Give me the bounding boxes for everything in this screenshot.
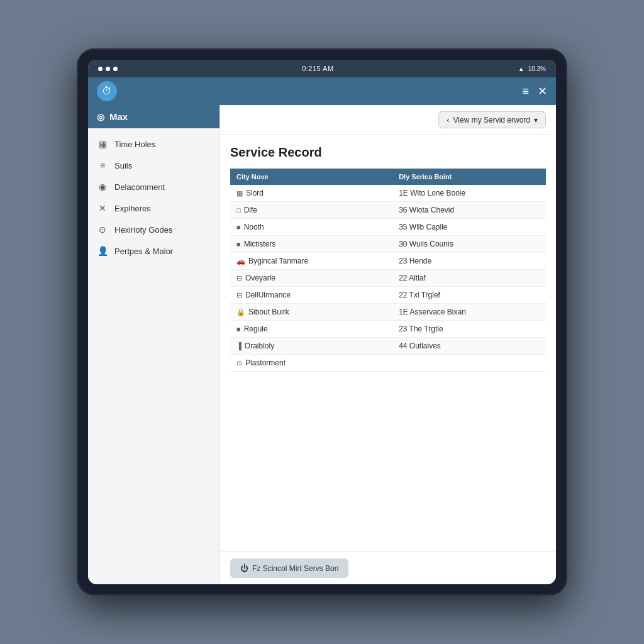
service-table: City Nove Dly Serica Boint ▦Slord 1E Wit… bbox=[230, 169, 546, 372]
table-row: ■Regule 23 The Trgtle bbox=[230, 321, 546, 338]
table-row: ⊙Plastorment bbox=[230, 355, 546, 372]
app-body: ◎ Max ▦ Time Holes ≡ Suils ◉ Delacomment bbox=[88, 105, 556, 584]
row-icon: ■ bbox=[236, 325, 241, 333]
tablet-device: 0:215 AM ▲ 10.3% ⏱ ≡ ✕ ◎ Max bbox=[77, 48, 567, 596]
city-cell: ▐Oraibloly bbox=[230, 338, 392, 355]
table-row: 🚗Bygincal Tanmare 23 Hende bbox=[230, 253, 546, 270]
table-row: ■Mictisters 30 Wuils Counis bbox=[230, 236, 546, 253]
city-cell: 🚗Bygincal Tanmare bbox=[230, 253, 392, 270]
nav-item-pertpes[interactable]: 👤 Pertpes & Malor bbox=[88, 240, 219, 262]
battery-icon: 10.3% bbox=[528, 65, 546, 72]
col-city: City Nove bbox=[230, 169, 392, 185]
nav-label: Explheres bbox=[114, 204, 151, 213]
service-cell: 23 The Trgtle bbox=[392, 321, 546, 338]
service-cell: 22 Txl Trglef bbox=[392, 287, 546, 304]
dot-2 bbox=[106, 67, 110, 71]
service-cell bbox=[392, 355, 546, 372]
service-cell: 35 Wllb Caplle bbox=[392, 219, 546, 236]
row-icon: □ bbox=[236, 206, 241, 214]
table-row: 🔒Sibout Buirk 1E Asservace Bixan bbox=[230, 304, 546, 321]
dot-3 bbox=[113, 67, 118, 71]
wifi-icon: ▲ bbox=[518, 65, 525, 72]
city-cell: ⊟Oveyarle bbox=[230, 270, 392, 287]
tablet-screen: 0:215 AM ▲ 10.3% ⏱ ≡ ✕ ◎ Max bbox=[88, 60, 556, 584]
explheres-icon: ✕ bbox=[97, 203, 108, 213]
power-icon: ⏻ bbox=[240, 564, 248, 573]
city-cell: ⊙Plastorment bbox=[230, 355, 392, 372]
table-row: ▦Slord 1E Wito Lone Booie bbox=[230, 185, 546, 202]
back-button-label: View my Servid erword bbox=[453, 116, 530, 125]
table-row: ■Nooth 35 Wllb Caplle bbox=[230, 219, 546, 236]
status-dots bbox=[98, 67, 118, 71]
panel-body: Service Record City Nove Dly Serica Boin… bbox=[220, 135, 556, 552]
city-cell: ■Mictisters bbox=[230, 236, 392, 253]
service-cell: 30 Wuils Counis bbox=[392, 236, 546, 253]
nav-label: Delacomment bbox=[114, 182, 165, 192]
nav-label: Suils bbox=[114, 161, 132, 170]
dot-1 bbox=[98, 67, 103, 71]
app-logo: ⏱ bbox=[97, 81, 117, 101]
service-cell: 1E Asservace Bixan bbox=[392, 304, 546, 321]
service-cell: 23 Hende bbox=[392, 253, 546, 270]
panel-footer: ⏻ Fz Scincol Mirt Servs Bon bbox=[220, 552, 556, 584]
service-cell: 36 Wlota Chevid bbox=[392, 202, 546, 219]
menu-icon[interactable]: ≡ bbox=[522, 85, 529, 98]
row-icon: ⊙ bbox=[236, 359, 242, 367]
service-cell: 1E Wito Lone Booie bbox=[392, 185, 546, 202]
back-button[interactable]: ‹ View my Servid erword ▾ bbox=[438, 111, 546, 128]
nav-item-delacomment[interactable]: ◉ Delacomment bbox=[88, 176, 219, 197]
sidebar-header: ◎ Max bbox=[88, 105, 219, 128]
row-icon: ▐ bbox=[236, 342, 242, 350]
table-row: ▐Oraibloly 44 Outlaives bbox=[230, 338, 546, 355]
row-icon: ▦ bbox=[236, 189, 243, 197]
logo-icon: ⏱ bbox=[102, 86, 112, 97]
row-icon: 🔒 bbox=[236, 308, 245, 316]
nav-label: Time Holes bbox=[114, 140, 155, 149]
row-icon: ■ bbox=[236, 240, 241, 248]
col-service: Dly Serica Boint bbox=[392, 169, 546, 185]
suils-icon: ≡ bbox=[97, 160, 108, 170]
sidebar-nav: ▦ Time Holes ≡ Suils ◉ Delacomment ✕ Exp… bbox=[88, 128, 219, 267]
nav-item-hexirioty[interactable]: ⊙ Hexirioty Godes bbox=[88, 219, 219, 240]
table-row: ⊟DellUlrmance 22 Txl Trglef bbox=[230, 287, 546, 304]
delacomment-icon: ◉ bbox=[97, 182, 108, 192]
city-cell: ■Regule bbox=[230, 321, 392, 338]
panel-header: ‹ View my Servid erword ▾ bbox=[220, 105, 556, 135]
dropdown-arrow-icon: ▾ bbox=[534, 116, 538, 125]
status-bar: 0:215 AM ▲ 10.3% bbox=[88, 60, 556, 77]
row-icon: 🚗 bbox=[236, 257, 245, 265]
status-icons: ▲ 10.3% bbox=[518, 65, 546, 72]
table-header-row: City Nove Dly Serica Boint bbox=[230, 169, 546, 185]
city-cell: ▦Slord bbox=[230, 185, 392, 202]
nav-item-time-holes[interactable]: ▦ Time Holes bbox=[88, 133, 219, 155]
hexirioty-icon: ⊙ bbox=[97, 225, 108, 235]
nav-label: Hexirioty Godes bbox=[114, 225, 172, 235]
city-cell: ■Nooth bbox=[230, 219, 392, 236]
nav-label: Pertpes & Malor bbox=[114, 247, 173, 256]
row-icon: ■ bbox=[236, 223, 241, 231]
table-row: ⊟Oveyarle 22 Altlaf bbox=[230, 270, 546, 287]
nav-item-suils[interactable]: ≡ Suils bbox=[88, 155, 219, 176]
city-cell: 🔒Sibout Buirk bbox=[230, 304, 392, 321]
current-user-label: Max bbox=[109, 111, 128, 122]
close-icon[interactable]: ✕ bbox=[538, 84, 547, 98]
city-cell: □Dife bbox=[230, 202, 392, 219]
table-row: □Dife 36 Wlota Chevid bbox=[230, 202, 546, 219]
pertpes-icon: 👤 bbox=[97, 246, 108, 256]
footer-button-label: Fz Scincol Mirt Servs Bon bbox=[252, 564, 338, 573]
nav-item-explheres[interactable]: ✕ Explheres bbox=[88, 197, 219, 219]
header-actions: ≡ ✕ bbox=[522, 84, 547, 98]
city-cell: ⊟DellUlrmance bbox=[230, 287, 392, 304]
user-icon: ◎ bbox=[97, 112, 104, 122]
footer-action-button[interactable]: ⏻ Fz Scincol Mirt Servs Bon bbox=[230, 558, 348, 578]
sidebar: ◎ Max ▦ Time Holes ≡ Suils ◉ Delacomment bbox=[88, 105, 220, 584]
main-panel: ‹ View my Servid erword ▾ Service Record… bbox=[220, 105, 556, 584]
row-icon: ⊟ bbox=[236, 291, 242, 299]
back-arrow-icon: ‹ bbox=[447, 115, 449, 125]
row-icon: ⊟ bbox=[236, 274, 242, 282]
service-record-title: Service Record bbox=[230, 145, 546, 160]
app-header: ⏱ ≡ ✕ bbox=[88, 77, 556, 105]
service-cell: 44 Outlaives bbox=[392, 338, 546, 355]
status-time: 0:215 AM bbox=[302, 65, 333, 72]
time-holes-icon: ▦ bbox=[97, 139, 108, 149]
